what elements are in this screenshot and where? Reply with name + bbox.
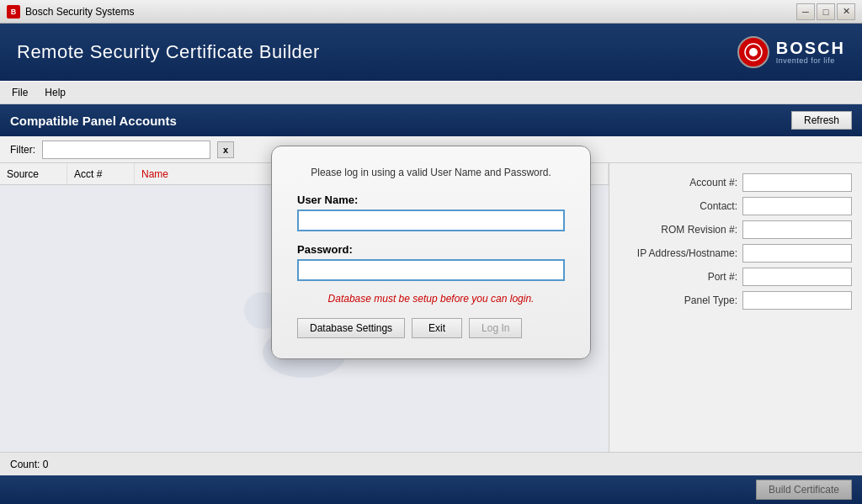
field-panel-type: Panel Type: <box>620 291 852 310</box>
bosch-text: BOSCH Invented for life <box>776 40 845 65</box>
title-bar-left: B Bosch Security Systems <box>7 5 134 19</box>
col-source: Source <box>0 163 67 184</box>
field-account-num: Account #: <box>620 173 852 192</box>
count-value: 0 <box>43 459 49 470</box>
close-button[interactable]: ✕ <box>837 3 855 20</box>
username-input[interactable] <box>297 210 565 231</box>
database-settings-button[interactable]: Database Settings <box>297 318 405 338</box>
exit-button[interactable]: Exit <box>412 318 462 338</box>
build-certificate-button[interactable]: Build Certificate <box>756 480 852 500</box>
panel-header: Compatible Panel Accounts Refresh <box>0 104 862 136</box>
input-panel-type[interactable] <box>742 291 852 310</box>
password-input[interactable] <box>297 259 565 281</box>
input-contact[interactable] <box>742 197 852 215</box>
password-label: Password: <box>297 243 565 256</box>
label-contact: Contact: <box>636 200 737 212</box>
svg-point-1 <box>749 48 758 56</box>
right-panel: Account #: Contact: ROM Revision #: IP A… <box>609 163 862 452</box>
username-label: User Name: <box>297 194 565 206</box>
menu-help[interactable]: Help <box>36 83 74 102</box>
input-rom-revision[interactable] <box>742 220 852 239</box>
field-ip-address: IP Address/Hostname: <box>620 244 852 263</box>
dialog-message: Please log in using a valid User Name an… <box>297 167 565 178</box>
login-button[interactable]: Log In <box>469 318 522 338</box>
title-bar: B Bosch Security Systems ─ □ ✕ <box>0 0 862 24</box>
label-rom-revision: ROM Revision #: <box>636 224 737 236</box>
dialog-error-message: Database must be setup before you can lo… <box>297 293 565 305</box>
status-bar: Count: 0 <box>0 452 862 475</box>
field-port: Port #: <box>620 268 852 286</box>
title-bar-controls: ─ □ ✕ <box>796 3 855 20</box>
panel-header-title: Compatible Panel Accounts <box>10 114 177 128</box>
menu-file[interactable]: File <box>3 83 36 102</box>
field-contact: Contact: <box>620 197 852 215</box>
bosch-logo: BOSCH Invented for life <box>737 36 845 68</box>
bosch-tagline: Invented for life <box>776 56 835 65</box>
field-rom-revision: ROM Revision #: <box>620 220 852 239</box>
dialog-buttons: Database Settings Exit Log In <box>297 318 565 338</box>
input-ip-address[interactable] <box>742 244 852 263</box>
count-label: Count: <box>10 459 40 470</box>
app-header: Remote Security Certificate Builder BOSC… <box>0 24 862 81</box>
maximize-button[interactable]: □ <box>817 3 835 20</box>
app-footer: Build Certificate <box>0 475 862 504</box>
refresh-button[interactable]: Refresh <box>791 111 852 130</box>
menu-bar: File Help <box>0 81 862 104</box>
input-account-num[interactable] <box>742 173 852 192</box>
filter-clear-button[interactable]: x <box>217 141 234 158</box>
bosch-emblem <box>737 36 769 68</box>
title-bar-text: Bosch Security Systems <box>25 6 134 18</box>
app-icon: B <box>7 5 20 19</box>
bosch-name: BOSCH <box>776 40 845 56</box>
app-title: Remote Security Certificate Builder <box>17 41 320 63</box>
filter-input[interactable] <box>42 141 210 159</box>
col-acct: Acct # <box>67 163 135 184</box>
label-panel-type: Panel Type: <box>636 294 737 306</box>
login-dialog: Please log in using a valid User Name an… <box>271 146 591 359</box>
minimize-button[interactable]: ─ <box>796 3 815 20</box>
filter-label: Filter: <box>10 144 35 156</box>
label-account-num: Account #: <box>636 177 737 188</box>
label-ip-address: IP Address/Hostname: <box>636 247 737 259</box>
label-port: Port #: <box>636 271 737 283</box>
input-port[interactable] <box>742 268 852 286</box>
